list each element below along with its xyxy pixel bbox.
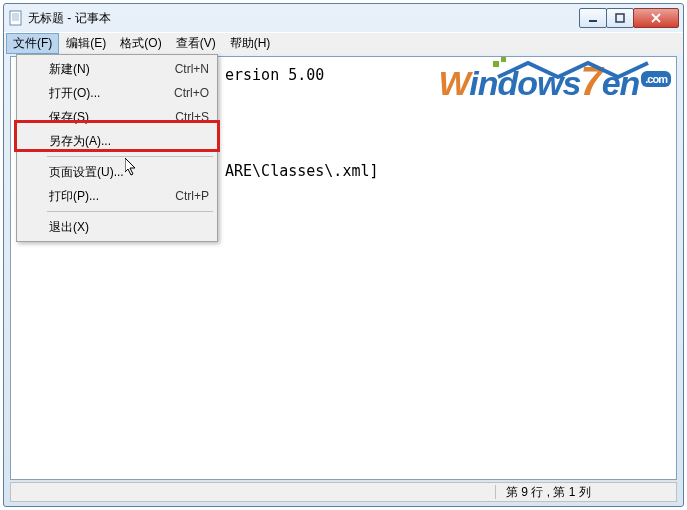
titlebar[interactable]: 无标题 - 记事本	[4, 4, 683, 32]
close-button[interactable]	[633, 8, 679, 28]
menu-item-new[interactable]: 新建(N) Ctrl+N	[19, 57, 215, 81]
menu-separator	[47, 211, 213, 212]
svg-rect-6	[616, 14, 624, 22]
minimize-button[interactable]	[579, 8, 607, 28]
menu-view[interactable]: 查看(V)	[169, 33, 223, 54]
menu-format[interactable]: 格式(O)	[113, 33, 168, 54]
status-cursor-position: 第 9 行 , 第 1 列	[496, 484, 676, 501]
menu-item-save-as[interactable]: 另存为(A)...	[19, 129, 215, 153]
window-title: 无标题 - 记事本	[28, 10, 580, 27]
svg-rect-5	[589, 20, 597, 22]
menubar: 文件(F) 编辑(E) 格式(O) 查看(V) 帮助(H)	[4, 32, 683, 54]
menu-separator	[47, 156, 213, 157]
notepad-window: 无标题 - 记事本 文件(F) 编辑(E) 格式(O) 查看(V) 帮助(H) …	[3, 3, 684, 507]
menu-item-print[interactable]: 打印(P)... Ctrl+P	[19, 184, 215, 208]
window-controls	[580, 8, 679, 28]
maximize-button[interactable]	[606, 8, 634, 28]
file-dropdown-menu: 新建(N) Ctrl+N 打开(O)... Ctrl+O 保存(S) Ctrl+…	[16, 54, 218, 242]
menu-file[interactable]: 文件(F)	[6, 33, 59, 54]
menu-item-page-setup[interactable]: 页面设置(U)...	[19, 160, 215, 184]
notepad-icon	[8, 10, 24, 26]
menu-help[interactable]: 帮助(H)	[223, 33, 278, 54]
menu-item-open[interactable]: 打开(O)... Ctrl+O	[19, 81, 215, 105]
menu-item-save[interactable]: 保存(S) Ctrl+S	[19, 105, 215, 129]
menu-edit[interactable]: 编辑(E)	[59, 33, 113, 54]
menu-item-exit[interactable]: 退出(X)	[19, 215, 215, 239]
statusbar: 第 9 行 , 第 1 列	[10, 482, 677, 502]
